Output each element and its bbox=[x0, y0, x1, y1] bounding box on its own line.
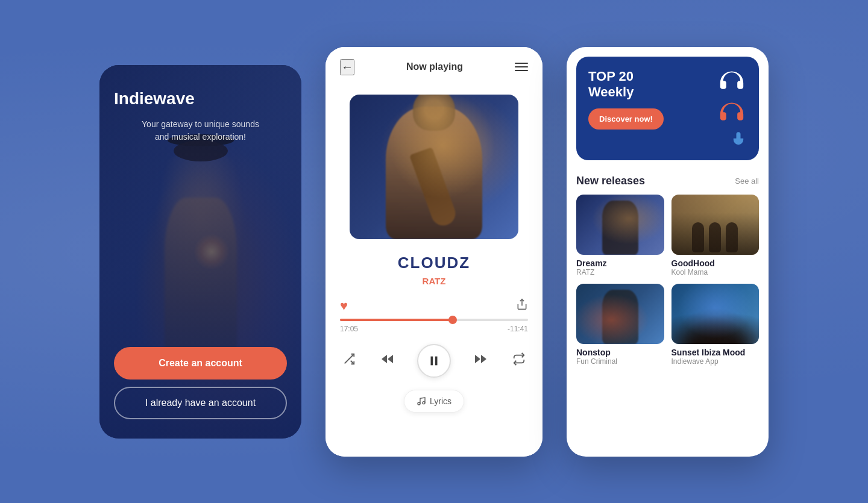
release-item-goodhood: GoodHood Kool Mama bbox=[671, 195, 760, 276]
screen2-now-playing: ← Now playing CLOUDZ RATZ ♥ bbox=[326, 47, 542, 457]
lyrics-label: Lyrics bbox=[430, 396, 451, 406]
release-img-goodhood bbox=[671, 195, 760, 255]
banner-title: TOP 20 Weekly bbox=[588, 69, 664, 101]
now-playing-header: ← Now playing bbox=[326, 47, 542, 85]
menu-button[interactable] bbox=[515, 63, 528, 71]
new-releases-header: New releases See all bbox=[567, 170, 769, 195]
guitar-shape bbox=[409, 147, 459, 229]
releases-grid: Dreamz RATZ GoodHood Kool Mama Nonstop F… bbox=[567, 195, 769, 366]
sil-person-3 bbox=[726, 222, 738, 252]
track-controls-row: ♥ bbox=[340, 298, 528, 314]
progress-fill bbox=[340, 319, 453, 321]
progress-row bbox=[340, 319, 528, 321]
track-artist: RATZ bbox=[340, 276, 528, 286]
like-button[interactable]: ♥ bbox=[340, 298, 348, 314]
sil-guitar-1 bbox=[602, 201, 638, 255]
release-img-ibiza bbox=[671, 284, 760, 344]
screen3-discovery: TOP 20 Weekly Discover now! New releases… bbox=[567, 47, 769, 457]
release-artist-2: Kool Mama bbox=[671, 268, 760, 276]
banner-text: TOP 20 Weekly Discover now! bbox=[588, 69, 664, 130]
time-remaining: -11:41 bbox=[508, 325, 528, 333]
sil-guitar-3 bbox=[602, 290, 638, 344]
menu-line-2 bbox=[515, 66, 528, 67]
screen1-buttons: Create an account I already have an acco… bbox=[114, 347, 287, 419]
sil-crowd-4 bbox=[671, 308, 760, 344]
sil-band-2 bbox=[671, 213, 760, 255]
release-name-4: Sunset Ibiza Mood bbox=[671, 348, 760, 357]
rewind-button[interactable] bbox=[378, 349, 397, 372]
progress-bar[interactable] bbox=[340, 319, 528, 321]
svg-rect-2 bbox=[431, 356, 433, 365]
new-releases-title: New releases bbox=[576, 175, 645, 187]
time-row: 17:05 -11:41 bbox=[340, 325, 528, 333]
sil-person-2 bbox=[709, 222, 721, 252]
create-account-button[interactable]: Create an account bbox=[114, 347, 287, 380]
svg-rect-3 bbox=[435, 356, 438, 365]
microphone-icon bbox=[730, 131, 747, 148]
now-playing-body: CLOUDZ RATZ ♥ 17:05 -11:41 bbox=[326, 85, 542, 457]
release-item-dreamz: Dreamz RATZ bbox=[576, 195, 664, 276]
headphone-white-icon bbox=[717, 69, 747, 95]
release-name-1: Dreamz bbox=[576, 258, 664, 268]
discover-button[interactable]: Discover now! bbox=[588, 108, 664, 130]
release-name-3: Nonstop bbox=[576, 348, 664, 357]
sil-person-1 bbox=[692, 222, 704, 252]
share-button[interactable] bbox=[516, 298, 528, 313]
release-artist-3: Fun Criminal bbox=[576, 357, 664, 366]
menu-line-3 bbox=[515, 70, 528, 71]
top20-banner: TOP 20 Weekly Discover now! bbox=[576, 57, 759, 160]
time-elapsed: 17:05 bbox=[340, 325, 358, 333]
menu-line-1 bbox=[515, 63, 528, 64]
playback-controls bbox=[340, 344, 528, 378]
screen1-content: Indiewave Your gateway to unique sounds … bbox=[99, 65, 301, 439]
release-item-ibiza: Sunset Ibiza Mood Indiewave App bbox=[671, 284, 760, 366]
repeat-button[interactable] bbox=[510, 350, 528, 371]
shuffle-button[interactable] bbox=[340, 350, 358, 371]
back-button[interactable]: ← bbox=[340, 59, 354, 75]
progress-thumb bbox=[448, 316, 457, 324]
pause-button[interactable] bbox=[417, 344, 451, 378]
release-item-nonstop: Nonstop Fun Criminal bbox=[576, 284, 664, 366]
lyrics-button[interactable]: Lyrics bbox=[404, 390, 464, 413]
headphone-orange-icon bbox=[717, 100, 747, 127]
release-name-2: GoodHood bbox=[671, 258, 760, 268]
release-artist-1: RATZ bbox=[576, 268, 664, 276]
now-playing-title: Now playing bbox=[406, 61, 463, 72]
album-figure bbox=[386, 107, 482, 239]
album-art bbox=[350, 95, 518, 239]
svg-point-4 bbox=[418, 402, 420, 405]
banner-icons bbox=[717, 69, 747, 148]
release-artist-4: Indiewave App bbox=[671, 357, 760, 366]
forward-button[interactable] bbox=[471, 349, 490, 372]
screen1-indiewave: Indiewave Your gateway to unique sounds … bbox=[99, 65, 301, 439]
svg-point-5 bbox=[423, 401, 425, 404]
app-subtitle: Your gateway to unique sounds and musica… bbox=[140, 118, 261, 143]
release-img-nonstop bbox=[576, 284, 664, 344]
track-name: CLOUDZ bbox=[340, 254, 528, 272]
app-title: Indiewave bbox=[114, 89, 287, 108]
see-all-button[interactable]: See all bbox=[735, 177, 759, 186]
login-button[interactable]: I already have an account bbox=[114, 387, 287, 419]
release-img-dreamz bbox=[576, 195, 664, 255]
